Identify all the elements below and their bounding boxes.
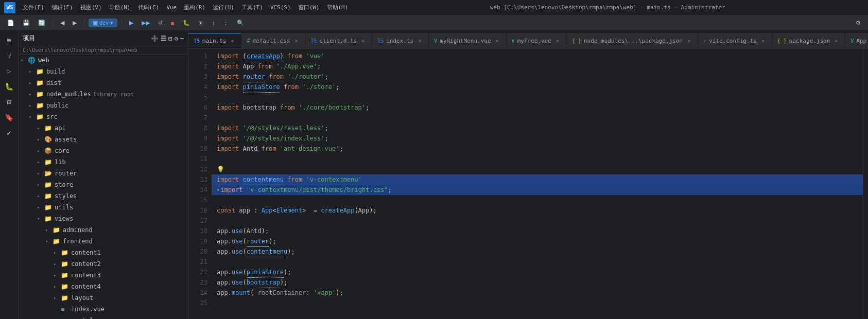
menu-code[interactable]: 代码(C) [135,3,163,12]
label-lib: lib [55,158,66,166]
tree-item-index-vue[interactable]: ▸ ≡ index.vue [19,304,188,315]
label-content1: content1 [71,249,101,256]
tree-item-store[interactable]: ▸ 📁 store [19,179,188,190]
save-btn[interactable]: 💾 [20,19,33,27]
more-btn[interactable]: ⋮ [220,19,232,27]
menu-vue[interactable]: Vue [163,3,180,12]
menu-view[interactable]: 视图(V) [77,3,105,12]
tree-item-content2[interactable]: ▸ 📁 content2 [19,258,188,270]
activity-structure[interactable]: ⊞ [2,95,16,109]
debug-run-btn[interactable]: ▶▶ [138,19,153,27]
line-numbers: 1 2 3 4 5 6 7 8 9 10 11 12 13 14 15 16 1… [188,49,212,319]
icon-assets: 🎨 [44,136,53,143]
tab-index-ts[interactable]: TS index.ts × [372,33,429,48]
run-btn[interactable]: ▶ [126,19,136,27]
sidebar-collapse-icon[interactable]: — [180,35,184,42]
label-views: views [55,215,73,222]
tree-item-node-modules[interactable]: ▸ 📁 node_modules library root [19,88,188,100]
tree-item-styles[interactable]: ▸ 📁 styles [19,190,188,202]
tree-item-adminend[interactable]: ▸ 📁 adminend [19,224,188,236]
arrow-frontend: ▾ [45,239,53,244]
menu-run[interactable]: 运行(U) [210,3,237,12]
tree-item-layout[interactable]: ▸ 📁 layout [19,292,188,304]
arrow-public: ▸ [29,103,36,108]
settings-btn[interactable]: ⚙ [853,19,864,27]
tab-label-package-json: package.json [789,38,830,44]
tab-close-default-css[interactable]: × [292,37,300,44]
activity-commit[interactable]: ⑂ [2,48,16,63]
code-editor[interactable]: import {createApp} from 'vue' import App… [212,49,863,319]
tree-item-public[interactable]: ▸ 📁 public [19,100,188,111]
activity-debug[interactable]: 🐛 [2,79,16,94]
stop-btn[interactable]: ■ [168,19,178,27]
tree-item-lib[interactable]: ▸ 📁 lib [19,156,188,168]
sidebar-header: 项目 ➕ ☰ ⊟ ⚙ — [19,31,188,46]
icon-layout: 📁 [61,294,69,302]
tab-package-json[interactable]: { } package.json × [772,33,846,48]
activity-project[interactable]: ≡ [2,33,16,47]
tree-item-content1[interactable]: ▸ 📁 content1 [19,247,188,258]
tab-close-package-json[interactable]: × [832,37,840,44]
new-file-btn[interactable]: 📄 [4,19,18,27]
tree-item-dist[interactable]: ▸ 📁 dist [19,77,188,88]
tab-vite-config[interactable]: ⚡ vite.config.ts × [698,33,772,48]
menu-tools[interactable]: 工具(T) [238,3,266,12]
tab-close-package-json-nm[interactable]: × [685,37,692,44]
debug-btn[interactable]: 🐛 [180,19,193,27]
icon-styles: 📁 [44,192,53,200]
tree-item-build[interactable]: ▸ 📁 build [19,66,188,77]
tab-close-my-tree[interactable]: × [554,37,561,44]
tree-item-portal-vue[interactable]: ▸ ≡ portal.vue [19,315,188,319]
tab-close-right-menu[interactable]: × [494,37,501,44]
tree-item-core[interactable]: ▸ 📦 core [19,145,188,156]
tab-my-tree[interactable]: V myTree.vue × [507,33,567,48]
label-store: store [55,181,73,188]
tab-client-dts[interactable]: TS client.d.ts × [305,33,372,48]
sync-btn[interactable]: 🔄 [35,19,48,27]
tree-item-src[interactable]: ▾ 📁 src [19,111,188,122]
activity-run[interactable]: ▷ [2,64,16,78]
tab-close-client-dts[interactable]: × [359,37,367,44]
tree-item-assets[interactable]: ▸ 🎨 assets [19,134,188,145]
tab-label-package-json-nm: node_modules\...\package.json [584,38,683,44]
menu-refactor[interactable]: 重构(R) [181,3,209,12]
tree-item-api[interactable]: ▸ 📁 api [19,122,188,134]
sidebar-settings-icon[interactable]: ⚙ [175,35,178,42]
menu-nav[interactable]: 导航(N) [106,3,134,12]
activity-todo[interactable]: ✔ [2,126,16,140]
menu-bar[interactable]: 文件(F) 编辑(E) 视图(V) 导航(N) 代码(C) Vue 重构(R) … [20,3,351,12]
tree-item-content4[interactable]: ▸ 📁 content4 [19,281,188,292]
tree-item-utils[interactable]: ▸ 📁 utils [19,202,188,213]
tab-package-json-nm[interactable]: { } node_modules\...\package.json × [567,33,698,48]
tab-close-main-ts[interactable]: × [229,38,236,45]
search-btn[interactable]: 🔍 [234,19,247,27]
tab-close-index-ts[interactable]: × [416,37,423,44]
tab-right-menu[interactable]: V myRightMenu.vue × [429,33,506,48]
sidebar-add-icon[interactable]: ➕ [151,35,159,42]
menu-help[interactable]: 帮助(H) [324,3,352,12]
label-node-modules: node_modules [46,91,91,98]
sidebar-group-icon[interactable]: ⊟ [168,35,172,42]
menu-window[interactable]: 窗口(W) [295,3,323,12]
coverage-btn[interactable]: ⛨ [195,19,207,27]
menu-vcs[interactable]: VCS(S) [267,3,294,12]
tab-app-vue[interactable]: V App.vue × [845,33,868,48]
activity-bookmark[interactable]: 🔖 [2,110,16,125]
tree-item-content3[interactable]: ▸ 📁 content3 [19,270,188,281]
icon-store: 📁 [44,181,53,188]
back-btn[interactable]: ◀ [57,19,67,27]
tree-item-web[interactable]: ▾ 🌐 web [19,55,188,66]
tree-item-views[interactable]: ▾ 📁 views [19,213,188,224]
tree-item-router[interactable]: ▸ 📂 router [19,168,188,179]
profile-btn[interactable]: ↕ [209,19,218,27]
tree-item-frontend[interactable]: ▾ 📁 frontend [19,236,188,247]
menu-file[interactable]: 文件(F) [20,3,47,12]
tab-close-vite-config[interactable]: × [759,37,767,44]
sidebar-list-icon[interactable]: ☰ [161,35,166,42]
menu-edit[interactable]: 编辑(E) [48,3,76,12]
forward-btn[interactable]: ▶ [70,19,80,27]
tab-default-css[interactable]: # default.css × [241,33,305,48]
run-config-btn[interactable]: ▣ dev ▾ [89,19,117,27]
reload-btn[interactable]: ↺ [155,19,166,27]
tab-main-ts[interactable]: TS main.ts × [188,33,241,48]
